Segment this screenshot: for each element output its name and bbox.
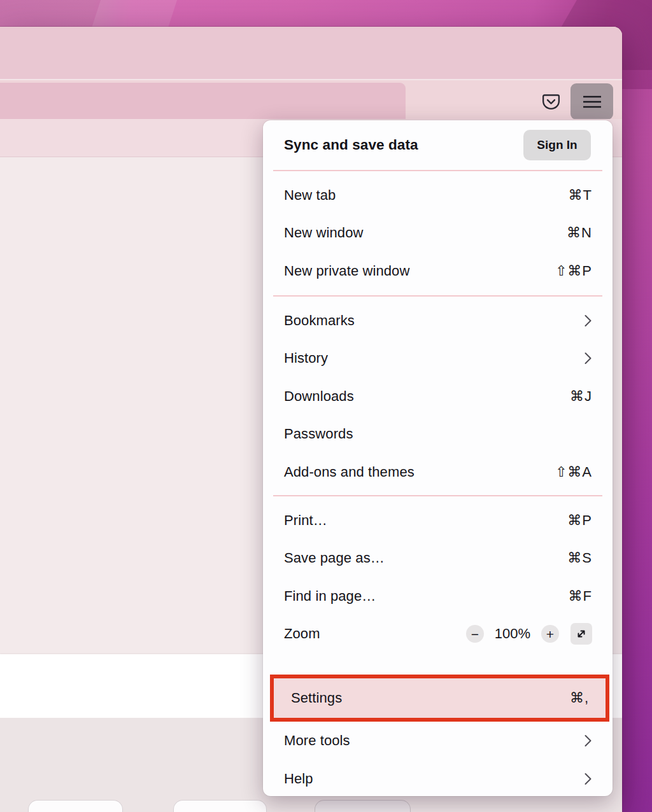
menu-item-save-page-as[interactable]: Save page as…⌘S	[263, 539, 613, 577]
menu-item-new-private-window[interactable]: New private window⇧⌘P	[263, 252, 613, 290]
menu-item-add-ons-and-themes[interactable]: Add-ons and themes⇧⌘A	[263, 453, 613, 491]
menu-item-label: More tools	[284, 732, 350, 749]
menu-item-history[interactable]: History	[263, 339, 613, 377]
page-card	[315, 800, 411, 812]
zoom-controls: −100%+	[466, 623, 592, 645]
menu-item-downloads[interactable]: Downloads⌘J	[263, 377, 613, 416]
menu-items: New tab⌘TNew window⌘NNew private window⇧…	[263, 171, 613, 796]
fullscreen-button[interactable]	[570, 623, 592, 645]
menu-item-label: Help	[284, 771, 313, 787]
menu-section: Settings⌘,	[263, 675, 613, 722]
menu-item-new-tab[interactable]: New tab⌘T	[263, 176, 613, 214]
menu-item-label: New private window	[284, 263, 409, 279]
menu-item-zoom[interactable]: Zoom−100%+	[263, 615, 613, 654]
sign-in-button[interactable]: Sign In	[523, 130, 591, 160]
menu-item-label: Find in page…	[284, 588, 376, 605]
menu-item-label: Passwords	[284, 426, 353, 442]
chevron-right-icon	[584, 734, 592, 747]
page-card	[173, 800, 267, 812]
hamburger-menu-icon	[582, 94, 602, 110]
menu-section: New tab⌘TNew window⌘NNew private window⇧…	[263, 171, 613, 295]
settings-highlight-annotation: Settings⌘,	[270, 675, 609, 722]
menu-item-shortcut: ⌘P	[567, 512, 592, 529]
menu-item-more-tools[interactable]: More tools	[263, 722, 613, 760]
pocket-icon	[541, 92, 562, 113]
sync-label: Sync and save data	[284, 137, 418, 153]
menu-item-label: History	[284, 350, 328, 367]
menu-item-shortcut: ⌘,	[570, 690, 589, 706]
menu-item-shortcut: ⌘S	[567, 550, 592, 566]
menu-item-shortcut: ⌘J	[570, 388, 592, 405]
chevron-right-icon	[584, 773, 592, 785]
menu-item-bookmarks[interactable]: Bookmarks	[263, 302, 613, 340]
menu-item-find-in-page[interactable]: Find in page…⌘F	[263, 577, 613, 615]
menu-item-label: Settings	[291, 690, 342, 706]
menu-item-label: Bookmarks	[284, 312, 355, 329]
menu-item-passwords[interactable]: Passwords	[263, 416, 613, 454]
menu-item-label: Zoom	[284, 626, 320, 642]
menu-item-label: Save page as…	[284, 550, 385, 566]
zoom-out-button[interactable]: −	[466, 625, 484, 643]
zoom-in-button[interactable]: +	[541, 625, 559, 643]
menu-section: More toolsHelp	[263, 722, 613, 796]
fullscreen-icon	[575, 627, 588, 640]
chevron-right-icon	[584, 314, 592, 327]
url-bar-region[interactable]	[0, 83, 406, 119]
menu-item-label: Add-ons and themes	[284, 464, 415, 480]
menu-item-new-window[interactable]: New window⌘N	[263, 214, 613, 253]
menu-item-label: Downloads	[284, 388, 354, 405]
chevron-right-icon	[584, 352, 592, 365]
sync-row: Sync and save data Sign In	[263, 120, 613, 170]
desktop: Sync and save data Sign In New tab⌘TNew …	[0, 0, 652, 812]
menu-section: BookmarksHistoryDownloads⌘JPasswordsAdd-…	[263, 297, 613, 495]
menu-item-settings[interactable]: Settings⌘,	[274, 678, 606, 718]
pocket-button[interactable]	[538, 89, 563, 115]
window-titlebar[interactable]	[0, 27, 622, 80]
application-menu: Sync and save data Sign In New tab⌘TNew …	[263, 120, 613, 796]
open-application-menu-button[interactable]	[570, 83, 613, 120]
menu-item-label: Print…	[284, 512, 327, 529]
page-card	[28, 800, 123, 812]
menu-item-shortcut: ⇧⌘A	[555, 464, 592, 480]
menu-item-label: New tab	[284, 187, 336, 204]
menu-item-shortcut: ⇧⌘P	[555, 263, 592, 279]
menu-item-print[interactable]: Print…⌘P	[263, 501, 613, 540]
menu-section: Print…⌘PSave page as…⌘SFind in page…⌘FZo…	[263, 496, 613, 658]
menu-item-shortcut: ⌘N	[567, 225, 592, 241]
menu-item-help[interactable]: Help	[263, 760, 613, 796]
menu-item-shortcut: ⌘T	[569, 187, 592, 204]
zoom-level[interactable]: 100%	[484, 626, 541, 642]
menu-item-shortcut: ⌘F	[569, 588, 592, 605]
menu-item-label: New window	[284, 225, 364, 241]
navigation-toolbar	[0, 80, 622, 119]
